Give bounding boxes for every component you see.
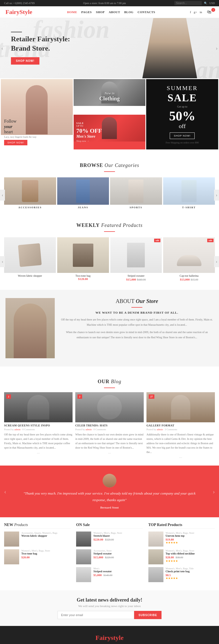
cat-jeans[interactable]: JEANS xyxy=(57,177,109,209)
new-product-2-price: $20.00 xyxy=(21,556,71,559)
search-icon[interactable]: 🔍 xyxy=(204,2,207,5)
hero-model-image xyxy=(142,18,197,78)
blog-post-3-more[interactable]: ··· xyxy=(146,456,215,460)
top-product-1-brand: Women's, Men's, Bags, Store xyxy=(166,532,215,534)
top-rated-title: TOP Rated Products xyxy=(148,523,215,529)
nav-blog[interactable]: BLOG xyxy=(124,10,134,14)
promo-follow[interactable]: Follow your heart Lacy, racy lingerie le… xyxy=(1,79,73,149)
summer-cta-button[interactable]: SHOP NOW! xyxy=(170,132,195,139)
categories-grid: ‹ ACCESSORIES JEANS SPORTS T-SHIRT xyxy=(0,176,219,214)
product-grid-section: NEW Products Accessories, Quartz, Women'… xyxy=(0,517,219,590)
cat-sports[interactable]: SPORTS xyxy=(110,177,162,209)
top-product-2-info: Women's, Men's, Bags, Store Top with rib… xyxy=(166,549,215,562)
hero-title: Retailer Fairystyle: Brand Store. xyxy=(11,34,70,53)
product-sweater-image xyxy=(110,237,162,273)
logo[interactable]: FairyStyle xyxy=(5,8,32,16)
nav-contacts[interactable]: CONTACTS xyxy=(138,10,155,14)
currency-selector[interactable]: USD xyxy=(209,2,215,5)
hero-next-arrow[interactable]: › xyxy=(216,45,218,51)
top-product-1[interactable]: Women's, Men's, Bags, Store Uneven hem t… xyxy=(148,532,215,547)
top-product-2-image xyxy=(148,549,163,564)
header-right: f g+ in 🛍 1 xyxy=(190,10,214,15)
newsletter-subscribe-button[interactable]: SUBSCRIBE xyxy=(134,611,162,619)
new-product-1[interactable]: Accessories, Quartz, Women's, Bags Woven… xyxy=(4,532,71,547)
cat-sports-image xyxy=(110,177,162,205)
sale-product-2-image xyxy=(76,549,91,564)
product-shoes[interactable]: sale Cap-toe ballerina $13,000 $15.00 xyxy=(163,237,215,282)
featured-next-arrow[interactable]: › xyxy=(214,256,219,267)
sale-product-2[interactable]: Accessories, Store Striped sweater $15,0… xyxy=(76,549,143,564)
blog-post-3-image: 27 xyxy=(146,392,215,422)
testimonial-quote: "Thank you very much. I'm impressed with… xyxy=(16,490,203,503)
blog-post-2-text: When the chance to launch our own denim … xyxy=(75,432,144,450)
blog-post-1-title[interactable]: SCREAM QUEENS STYLE INSPO xyxy=(4,424,73,427)
sale-product-3-image xyxy=(76,567,91,582)
top-product-2-name: Top with ribbed neckline xyxy=(166,552,215,555)
product-bag2[interactable]: Two-tone bag $120.00 xyxy=(57,237,109,282)
top-product-3[interactable]: Women's, Men's, Bags, Title Check print … xyxy=(148,567,215,582)
sale-product-1-image xyxy=(76,532,91,547)
google-icon[interactable]: g+ xyxy=(194,10,197,14)
facebook-icon[interactable]: f xyxy=(190,10,191,14)
nav-shop[interactable]: SHOP xyxy=(96,10,105,14)
top-product-3-stars: ★★★★★ xyxy=(166,577,215,580)
cat-tshirt[interactable]: T-SHIRT xyxy=(163,177,215,209)
cat-accessories-image xyxy=(4,177,56,205)
newsletter-subtitle: We will send you breaking news right to … xyxy=(5,604,214,608)
product-shoes-image xyxy=(163,237,215,273)
summer-pct: 50% xyxy=(166,109,199,123)
cat-accessories[interactable]: ACCESSORIES xyxy=(4,177,56,209)
promo-mens-sale[interactable]: SALE UP TO 70% OFF Men's Store Shop now … xyxy=(74,115,146,149)
nav-about[interactable]: ABOUT xyxy=(109,10,120,14)
newsletter-email-input[interactable] xyxy=(57,611,134,619)
blog-post-2-title[interactable]: CELEB TRENDS: HATS xyxy=(75,424,144,427)
sale-product-3[interactable]: Men's Striped sweater $5,000 $140.00 xyxy=(76,567,143,582)
testimonial-next-arrow[interactable]: › xyxy=(213,488,215,495)
cart-icon[interactable]: 🛍 1 xyxy=(205,10,214,15)
product-shoes-price: $13,000 $15.00 xyxy=(163,277,215,282)
blog-post-3-text: Additionally there is one of Boston's fi… xyxy=(146,432,215,454)
product-bag1[interactable]: Woven fabric shopper xyxy=(4,237,56,282)
promo-follow-cta[interactable]: SHOP NOW! xyxy=(4,140,27,145)
cart-badge: 1 xyxy=(211,8,215,12)
on-sale-title: ON Sale xyxy=(76,523,143,529)
pinterest-icon[interactable]: in xyxy=(200,10,202,14)
about-divider xyxy=(131,307,142,308)
sale-product-1-price: $220.00 $320.00 xyxy=(93,537,143,542)
product-sweater[interactable]: sale Striped sweater $15,000 $440.00 xyxy=(110,237,162,282)
hero-divider xyxy=(11,32,22,32)
promo-new-text: New in Clothing xyxy=(74,79,146,114)
about-text: ABOUT Our Store WE WANT TO BE A DENIM BR… xyxy=(60,298,214,340)
newsletter-form: SUBSCRIBE xyxy=(57,611,162,619)
nav-pages[interactable]: PAGES xyxy=(81,10,92,14)
search-input[interactable] xyxy=(174,1,202,5)
hero-prev-arrow[interactable]: ‹ xyxy=(1,45,3,51)
testimonial-section: ‹ "Thank you very much. I'm impressed wi… xyxy=(0,466,219,517)
sale-product-1[interactable]: Women's, Men's, Bags, Store Stretch blaz… xyxy=(76,532,143,547)
mens-sale-cta[interactable]: Shop now → xyxy=(76,140,90,142)
categories-next-arrow[interactable]: › xyxy=(214,190,219,201)
top-product-2[interactable]: Women's, Men's, Bags, Store Top with rib… xyxy=(148,549,215,564)
sale-product-1-brand: Women's, Men's, Bags, Store xyxy=(93,532,143,534)
product-sweater-badge: sale xyxy=(154,239,160,242)
promo-new-clothing[interactable]: New in Clothing xyxy=(74,79,146,114)
newsletter-title: Get latest news delivered daily! xyxy=(5,597,214,603)
blog-post-2-more[interactable]: ··· xyxy=(75,451,144,456)
testimonial-author: Bernard Stout xyxy=(16,506,203,509)
categories-prev-arrow[interactable]: ‹ xyxy=(0,190,5,201)
promo-summer[interactable]: SUMMER SALE Get up to 50% off SHOP NOW! … xyxy=(146,79,218,149)
product-sweater-price: $15,000 $440.00 xyxy=(110,277,162,282)
testimonial-prev-arrow[interactable]: ‹ xyxy=(4,488,6,495)
product-shoes-name: Cap-toe ballerina xyxy=(163,274,215,277)
blog-post-1-more[interactable]: ··· xyxy=(4,451,73,456)
summer-off: off xyxy=(166,123,199,130)
nav-home[interactable]: HOME xyxy=(67,10,77,14)
blog-post-3-title[interactable]: GALLERY FORMAT xyxy=(146,424,215,427)
top-product-1-stars: ★★★★★ xyxy=(166,541,215,544)
featured-prev-arrow[interactable]: ‹ xyxy=(0,256,5,267)
hero-cta-button[interactable]: SHOP NOW! xyxy=(11,57,39,65)
top-product-2-price: $28.00 $38.00 xyxy=(166,555,215,559)
blog-posts: 2 SCREAM QUEENS STYLE INSPO Posted by ad… xyxy=(4,392,215,460)
new-product-2[interactable]: Women's, Men's, Bags, Store Two-tone bag… xyxy=(4,549,71,564)
blog-divider xyxy=(104,388,115,388)
